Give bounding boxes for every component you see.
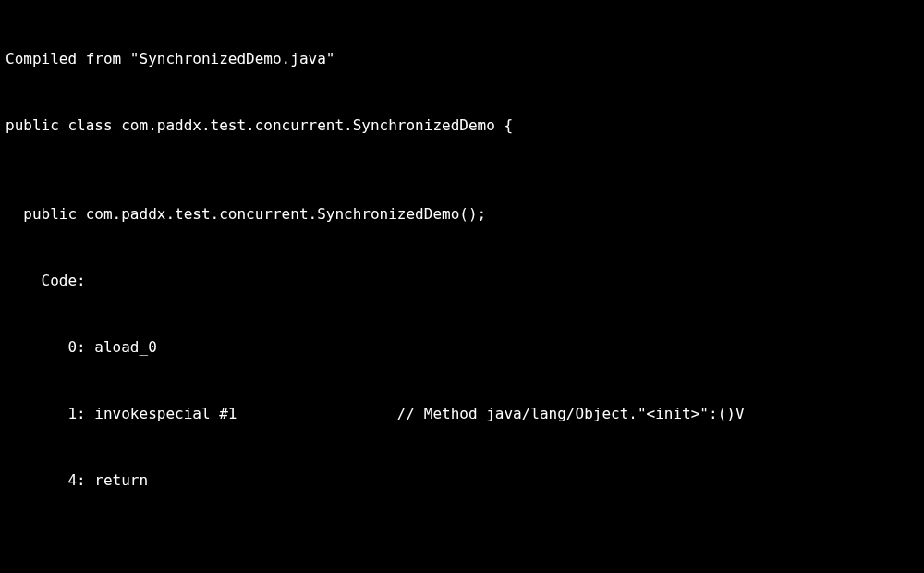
bytecode-line: 1: invokespecial #1 // Method java/lang/…	[6, 403, 918, 425]
text	[6, 560, 15, 573]
text: Code:	[6, 272, 86, 289]
text: public com.paddx.test.concurrent.Synchro…	[6, 205, 486, 223]
terminal-output: Compiled from "SynchronizedDemo.java" pu…	[0, 0, 924, 573]
text: public class com.paddx.test.concurrent.S…	[6, 116, 513, 134]
bytecode-line: 0: aload_0	[6, 336, 918, 359]
text: 4: return	[6, 471, 148, 489]
text: 0: aload_0	[6, 338, 157, 356]
code-label: Code:	[6, 270, 918, 292]
compiled-from-line: Compiled from "SynchronizedDemo.java"	[6, 48, 918, 70]
text: 1: invokespecial #1 // Method java/lang/…	[6, 405, 745, 422]
text: Compiled from "SynchronizedDemo.java"	[6, 50, 334, 67]
blank-line	[6, 558, 918, 573]
bytecode-line: 4: return	[6, 469, 918, 492]
ctor-signature: public com.paddx.test.concurrent.Synchro…	[6, 203, 918, 226]
class-declaration: public class com.paddx.test.concurrent.S…	[6, 115, 918, 137]
